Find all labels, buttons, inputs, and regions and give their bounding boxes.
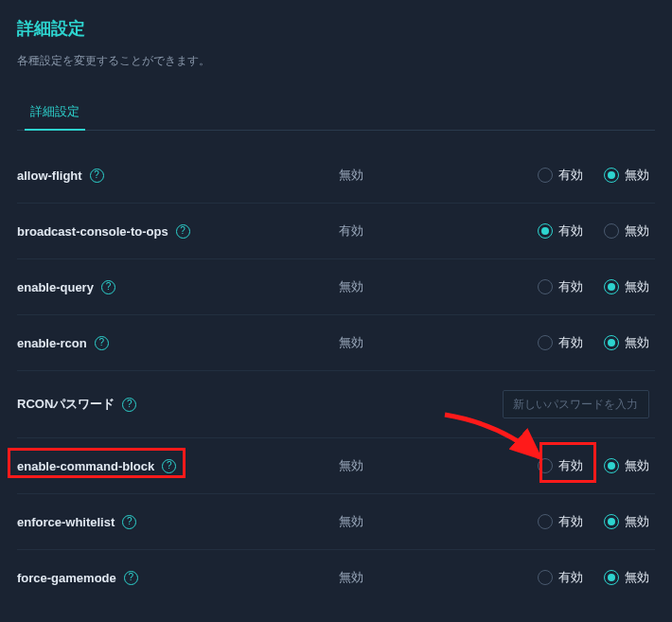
label-col: enable-rcon?	[17, 336, 339, 350]
radio-disabled[interactable]: 無効	[604, 167, 649, 184]
label-col: allow-flight?	[17, 169, 339, 183]
radio-label: 無効	[625, 457, 649, 474]
radio-icon	[538, 570, 553, 585]
radio-enabled[interactable]: 有効	[538, 278, 583, 295]
setting-status: 無効	[339, 513, 462, 530]
radio-enabled[interactable]: 有効	[538, 334, 583, 351]
setting-row-broadcast-console-to-ops: broadcast-console-to-ops?有効有効無効	[17, 204, 655, 259]
radio-disabled[interactable]: 無効	[604, 457, 649, 474]
setting-row-enable-command-block: enable-command-block?無効有効無効	[17, 438, 655, 494]
setting-label: enable-rcon	[17, 336, 87, 350]
radio-group: 有効無効	[462, 334, 655, 351]
radio-enabled[interactable]: 有効	[538, 222, 583, 240]
setting-row-enforce-whitelist: enforce-whitelist?無効有効無効	[17, 494, 655, 550]
page-title: 詳細設定	[17, 17, 655, 40]
help-icon[interactable]: ?	[162, 459, 176, 473]
radio-icon	[538, 335, 553, 350]
radio-label: 有効	[558, 569, 583, 586]
setting-label: force-gamemode	[17, 571, 116, 585]
radio-icon	[604, 279, 619, 294]
radio-icon	[538, 168, 553, 183]
setting-label: enable-command-block	[17, 459, 154, 473]
radio-enabled[interactable]: 有効	[538, 513, 583, 530]
setting-label: allow-flight	[17, 169, 82, 183]
radio-label: 有効	[558, 334, 583, 351]
radio-label: 無効	[625, 222, 649, 240]
radio-group: 有効無効	[462, 513, 655, 530]
setting-row-enable-query: enable-query?無効有効無効	[17, 259, 655, 315]
help-icon[interactable]: ?	[122, 515, 136, 529]
setting-status: 無効	[339, 334, 462, 351]
radio-icon	[538, 514, 553, 529]
setting-status: 有効	[339, 222, 462, 240]
setting-row-allow-flight: allow-flight?無効有効無効	[17, 148, 655, 204]
radio-label: 無効	[625, 167, 649, 184]
help-icon[interactable]: ?	[124, 571, 138, 585]
radio-label: 有効	[558, 457, 583, 474]
radio-enabled[interactable]: 有効	[538, 569, 583, 586]
tab-advanced-settings[interactable]: 詳細設定	[17, 94, 93, 130]
radio-label: 無効	[625, 278, 649, 295]
radio-disabled[interactable]: 無効	[604, 513, 649, 530]
radio-disabled[interactable]: 無効	[604, 278, 649, 295]
setting-status: 無効	[339, 167, 462, 184]
radio-label: 無効	[625, 569, 649, 586]
help-icon[interactable]: ?	[101, 280, 115, 294]
radio-label: 有効	[558, 513, 583, 530]
radio-icon	[538, 223, 553, 239]
setting-status: 無効	[339, 569, 462, 586]
setting-row-force-gamemode: force-gamemode?無効有効無効	[17, 550, 655, 605]
radio-icon	[604, 335, 619, 350]
radio-group: 有効無効	[462, 278, 655, 295]
label-col: enforce-whitelist?	[17, 515, 339, 529]
radio-group: 有効無効	[462, 569, 655, 586]
setting-row-rcon-password: RCONパスワード?	[17, 371, 655, 438]
radio-label: 有効	[558, 167, 583, 184]
label-col: enable-query?	[17, 280, 339, 294]
label-col: enable-command-block?	[17, 459, 339, 473]
password-input[interactable]	[503, 390, 649, 418]
radio-icon	[538, 458, 553, 473]
radio-icon	[604, 570, 619, 585]
setting-status: 無効	[339, 457, 462, 474]
setting-label: broadcast-console-to-ops	[17, 224, 168, 239]
radio-group: 有効無効	[462, 222, 655, 240]
page-description: 各種設定を変更することができます。	[17, 53, 655, 69]
radio-enabled[interactable]: 有効	[538, 457, 583, 474]
label-col: force-gamemode?	[17, 571, 339, 585]
radio-group: 有効無効	[462, 167, 655, 184]
settings-list: allow-flight?無効有効無効broadcast-console-to-…	[17, 148, 655, 605]
tabs: 詳細設定	[17, 94, 655, 131]
radio-disabled[interactable]: 無効	[604, 222, 649, 240]
radio-label: 有効	[558, 222, 583, 240]
help-icon[interactable]: ?	[90, 169, 104, 183]
help-icon[interactable]: ?	[95, 336, 109, 350]
radio-icon	[538, 279, 553, 294]
radio-disabled[interactable]: 無効	[604, 569, 649, 586]
input-col	[462, 390, 655, 418]
radio-label: 有効	[558, 278, 583, 295]
setting-row-enable-rcon: enable-rcon?無効有効無効	[17, 315, 655, 371]
radio-group: 有効無効	[462, 457, 655, 474]
radio-disabled[interactable]: 無効	[604, 334, 649, 351]
radio-icon	[604, 514, 619, 529]
radio-icon	[604, 168, 619, 183]
setting-label: enable-query	[17, 280, 94, 294]
radio-enabled[interactable]: 有効	[538, 167, 583, 184]
label-col: RCONパスワード?	[17, 396, 339, 413]
help-icon[interactable]: ?	[176, 224, 190, 239]
radio-label: 無効	[625, 513, 649, 530]
setting-label: RCONパスワード	[17, 396, 115, 413]
label-col: broadcast-console-to-ops?	[17, 224, 339, 239]
help-icon[interactable]: ?	[122, 398, 136, 412]
radio-icon	[604, 458, 619, 473]
setting-label: enforce-whitelist	[17, 515, 115, 529]
radio-icon	[604, 223, 619, 239]
setting-status: 無効	[339, 278, 462, 295]
radio-label: 無効	[625, 334, 649, 351]
